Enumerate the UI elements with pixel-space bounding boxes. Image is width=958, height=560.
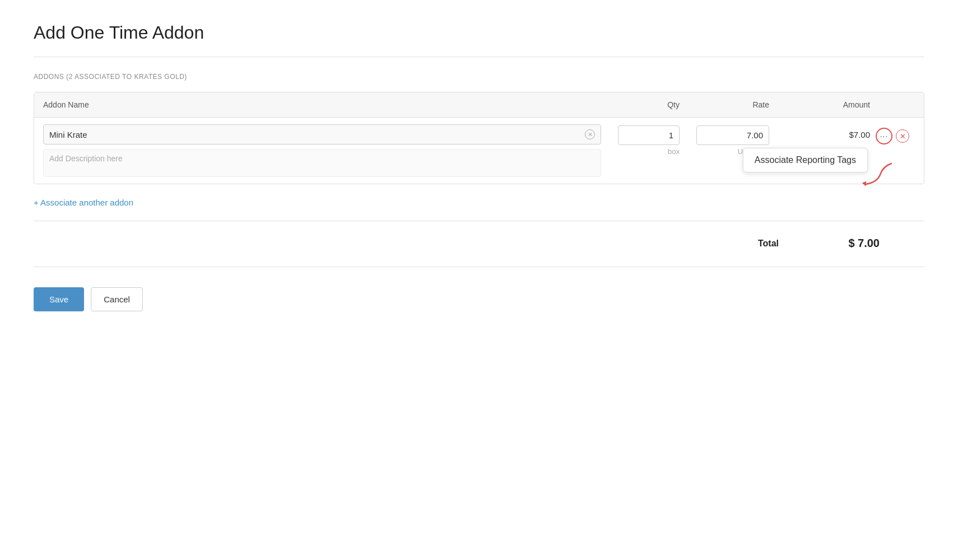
amount-cell: $7.00 xyxy=(769,124,870,139)
page-title: Add One Time Addon xyxy=(34,22,924,43)
associate-reporting-tags-label[interactable]: Associate Reporting Tags xyxy=(755,155,856,165)
col-header-addon-name: Addon Name xyxy=(43,100,601,109)
actions-cell: ··· Associate Reporting Tags ✕ xyxy=(870,124,915,144)
qty-cell: box xyxy=(601,124,680,156)
total-value: $ 7.00 xyxy=(824,237,880,250)
addon-name-text: Mini Krate xyxy=(49,130,585,139)
bottom-divider-2 xyxy=(34,267,924,267)
table-row: Mini Krate ✕ Add Description here box Un… xyxy=(34,118,924,184)
more-options-button[interactable]: ··· xyxy=(876,128,892,144)
section-label: ADDONS (2 associated to Krates Gold) xyxy=(34,73,924,81)
table-header: Addon Name Qty Rate Amount xyxy=(34,92,924,118)
title-divider xyxy=(34,57,924,57)
bottom-buttons: Save Cancel xyxy=(34,283,924,311)
addon-name-cell: Mini Krate ✕ Add Description here xyxy=(43,124,601,177)
remove-row-button[interactable]: ✕ xyxy=(896,129,909,143)
total-label: Total xyxy=(758,239,779,249)
qty-input[interactable] xyxy=(618,125,680,145)
col-header-rate: Rate xyxy=(680,100,769,109)
arrow-annotation xyxy=(855,161,894,189)
section-sublabel: (2 associated to Krates Gold) xyxy=(66,73,187,81)
unit-label: box xyxy=(668,147,680,156)
col-header-amount: Amount xyxy=(769,100,870,109)
associate-addon-link[interactable]: + Associate another addon xyxy=(34,198,133,207)
totals-row: Total $ 7.00 xyxy=(34,237,924,250)
col-header-qty: Qty xyxy=(601,100,680,109)
addons-table: Addon Name Qty Rate Amount Mini Krate ✕ … xyxy=(34,92,924,184)
associate-reporting-tags-popover: Associate Reporting Tags xyxy=(743,148,868,172)
addon-description[interactable]: Add Description here xyxy=(43,149,601,177)
save-button[interactable]: Save xyxy=(34,287,84,311)
rate-input[interactable] xyxy=(696,125,769,145)
amount-value: $7.00 xyxy=(849,130,870,139)
addon-name-clear-icon[interactable]: ✕ xyxy=(585,129,595,139)
bottom-divider xyxy=(34,221,924,221)
cancel-button[interactable]: Cancel xyxy=(91,287,143,311)
addon-name-wrapper: Mini Krate ✕ xyxy=(43,124,601,144)
col-header-actions xyxy=(870,100,915,109)
